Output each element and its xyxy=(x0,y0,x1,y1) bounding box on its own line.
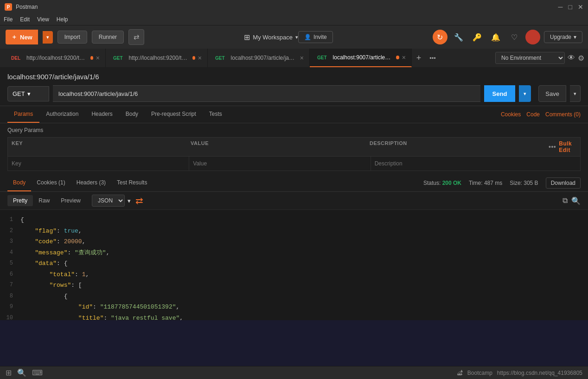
keyboard-icon[interactable]: ⌨ xyxy=(32,368,43,377)
workspace-button[interactable]: ⊞ My Workspace ▾ xyxy=(244,33,298,42)
resp-tab-body[interactable]: Body xyxy=(7,175,31,191)
resp-tab-headers[interactable]: Headers (3) xyxy=(71,175,111,191)
menu-edit[interactable]: Edit xyxy=(20,16,30,23)
notification-button[interactable]: 🔔 xyxy=(488,30,503,44)
terminal-icon[interactable]: ⊞ xyxy=(6,368,12,377)
tab-4-dot xyxy=(396,56,399,59)
params-header-actions: ••• Bulk Edit xyxy=(549,140,576,153)
resp-tab-cookies[interactable]: Cookies (1) xyxy=(31,175,70,191)
size-label: Size: 305 B xyxy=(510,180,538,186)
search-body-button[interactable]: 🔍 xyxy=(571,196,581,205)
params-more-button[interactable]: ••• xyxy=(549,143,556,151)
sync-toolbar-icon: ⇄ xyxy=(134,33,140,41)
bug-button[interactable]: 🔧 xyxy=(451,30,466,44)
time-label: Time: 487 ms xyxy=(469,180,502,186)
upgrade-button[interactable]: Upgrade ▾ xyxy=(544,31,582,43)
menu-bar: File Edit View Help xyxy=(0,14,588,25)
invite-label: Invite xyxy=(313,34,327,40)
format-pretty[interactable]: Pretty xyxy=(7,195,33,206)
method-select[interactable]: GET ▾ xyxy=(7,86,49,101)
sync-button[interactable]: ↻ xyxy=(433,30,447,44)
code-link[interactable]: Code xyxy=(526,111,540,118)
save-dropdown-button[interactable]: ▾ xyxy=(570,85,581,102)
json-format-select[interactable]: JSON xyxy=(92,195,125,207)
menu-view[interactable]: View xyxy=(37,16,49,23)
filter-icon[interactable]: ⇄ xyxy=(135,195,143,206)
download-button[interactable]: Download xyxy=(546,177,581,189)
tab-authorization[interactable]: Authorization xyxy=(39,106,85,123)
tab-1-method: DEL xyxy=(9,55,22,61)
menu-help[interactable]: Help xyxy=(57,16,68,23)
status-bar-left: ⊞ 🔍 ⌨ xyxy=(6,368,43,377)
history-button[interactable]: 🔑 xyxy=(470,30,485,44)
env-settings-button[interactable]: ⚙ xyxy=(578,54,584,63)
response-tabs-bar: Body Cookies (1) Headers (3) Test Result… xyxy=(0,175,588,192)
format-raw[interactable]: Raw xyxy=(33,195,55,206)
workspace-grid-icon: ⊞ xyxy=(244,33,250,42)
value-input[interactable] xyxy=(193,160,366,167)
find-icon[interactable]: 🔍 xyxy=(17,368,26,377)
value-input-cell xyxy=(189,157,371,171)
cookies-link[interactable]: Cookies xyxy=(501,111,521,118)
new-dropdown-button[interactable]: ▾ xyxy=(43,31,53,44)
toolbar-left: ＋ New ▾ Import Runner ⇄ xyxy=(6,29,144,45)
csdn-url[interactable]: https://blog.csdn.net/qq_41936805 xyxy=(497,370,582,376)
bulk-edit-button[interactable]: Bulk Edit xyxy=(559,140,576,153)
comments-link[interactable]: Comments (0) xyxy=(545,111,581,118)
copy-body-button[interactable]: ⧉ xyxy=(562,196,568,205)
resp-tab-test-results[interactable]: Test Results xyxy=(111,175,153,191)
code-line-4: 4 "message": "查询成功", xyxy=(0,247,588,259)
environment-select[interactable]: No Environment xyxy=(495,52,565,64)
close-button[interactable]: ✕ xyxy=(578,3,583,11)
key-input[interactable] xyxy=(12,160,185,167)
code-line-7: 7 "rows": [ xyxy=(0,280,588,291)
query-params-section: Query Params KEY VALUE DESCRIPTION ••• B… xyxy=(0,123,588,175)
maximize-button[interactable]: □ xyxy=(569,3,572,11)
tab-2-close[interactable]: × xyxy=(198,54,202,62)
new-button[interactable]: ＋ New xyxy=(6,30,38,44)
code-line-3: 3 "code": 20000, xyxy=(0,236,588,247)
tab-params[interactable]: Params xyxy=(7,106,39,123)
minimize-button[interactable]: ─ xyxy=(558,3,563,11)
heart-button[interactable]: ♡ xyxy=(507,30,522,44)
env-toolbar: No Environment 👁 ⚙ xyxy=(495,52,584,64)
tab-headers[interactable]: Headers xyxy=(85,106,119,123)
save-button[interactable]: Save xyxy=(538,85,566,102)
tab-4-close[interactable]: × xyxy=(402,54,406,61)
tab-1[interactable]: DEL http://localhost:9200/tensquare × xyxy=(4,49,106,67)
query-params-title: Query Params xyxy=(7,127,581,133)
env-eye-button[interactable]: 👁 xyxy=(568,54,575,62)
response-tab-list: Body Cookies (1) Headers (3) Test Result… xyxy=(7,175,153,191)
tab-tests[interactable]: Tests xyxy=(203,106,229,123)
sync-toolbar-button[interactable]: ⇄ xyxy=(128,29,144,45)
tab-body[interactable]: Body xyxy=(119,106,145,123)
tab-1-close[interactable]: × xyxy=(96,54,100,62)
send-dropdown-button[interactable]: ▾ xyxy=(519,85,531,102)
format-preview[interactable]: Preview xyxy=(55,195,86,206)
tab-3-close[interactable]: × xyxy=(300,54,304,62)
add-tab-button[interactable]: + xyxy=(412,49,426,67)
json-select-wrap: JSON ▾ xyxy=(92,195,131,207)
request-tab-list: Params Authorization Headers Body Pre-re… xyxy=(7,106,229,123)
tab-2[interactable]: GET http://localhost:9200/tensquare × xyxy=(106,49,208,67)
invite-person-icon: 👤 xyxy=(304,34,311,40)
app-icon: P xyxy=(5,3,12,11)
description-input[interactable] xyxy=(375,160,576,167)
tab-pre-request-script[interactable]: Pre-request Script xyxy=(145,106,203,123)
send-button[interactable]: Send xyxy=(484,85,516,102)
avatar-button[interactable] xyxy=(525,30,540,44)
import-button[interactable]: Import xyxy=(58,31,87,44)
app-title: Postman xyxy=(16,4,38,10)
params-key-header: KEY xyxy=(12,140,191,153)
more-tabs-button[interactable]: ••• xyxy=(426,49,440,67)
runner-button[interactable]: Runner xyxy=(92,31,124,44)
tab-2-method: GET xyxy=(111,55,125,61)
invite-button[interactable]: 👤 Invite xyxy=(298,31,333,43)
body-action-icons: ⧉ 🔍 xyxy=(562,196,581,205)
upgrade-label: Upgrade xyxy=(550,34,571,40)
url-input[interactable] xyxy=(53,85,480,102)
tab-4[interactable]: GET localhost:9007/article/java/1/6 × xyxy=(310,49,412,67)
response-code-area[interactable]: 1 { 2 "flag": true, 3 "code": 20000, 4 "… xyxy=(0,210,588,320)
tab-3[interactable]: GET localhost:9007/article/java/1/6 × xyxy=(208,49,310,67)
menu-file[interactable]: File xyxy=(4,16,13,23)
